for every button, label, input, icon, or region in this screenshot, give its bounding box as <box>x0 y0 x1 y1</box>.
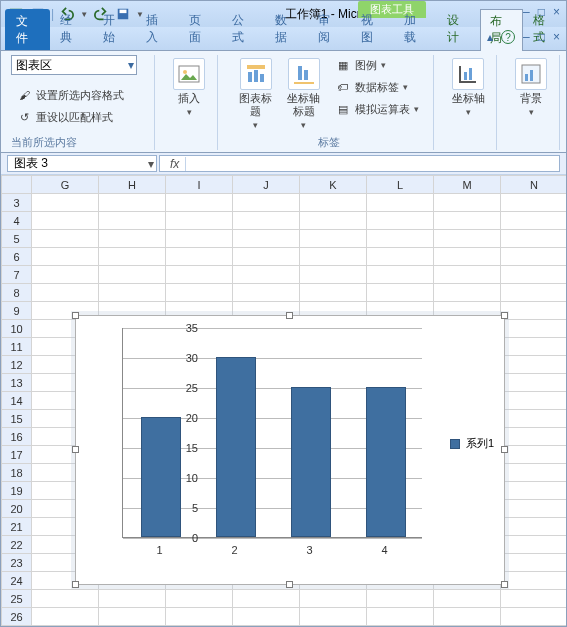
row-header[interactable]: 21 <box>2 518 32 536</box>
tab-审阅[interactable]: 审阅 <box>308 8 351 50</box>
cell[interactable] <box>501 428 567 446</box>
cell[interactable] <box>434 608 501 626</box>
cell[interactable] <box>367 248 434 266</box>
cell[interactable] <box>166 194 233 212</box>
tab-视图[interactable]: 视图 <box>351 8 394 50</box>
chart-element-combo[interactable]: 图表区 ▾ <box>11 55 137 75</box>
cell[interactable] <box>166 212 233 230</box>
col-header[interactable]: N <box>501 176 567 194</box>
row-header[interactable]: 15 <box>2 410 32 428</box>
row-header[interactable]: 8 <box>2 284 32 302</box>
col-header[interactable]: I <box>166 176 233 194</box>
tab-file[interactable]: 文件 <box>5 9 50 50</box>
cell[interactable] <box>166 590 233 608</box>
cell[interactable] <box>501 464 567 482</box>
cell[interactable] <box>300 284 367 302</box>
cell[interactable] <box>99 212 166 230</box>
tab-插入[interactable]: 插入 <box>136 8 179 50</box>
resize-handle[interactable] <box>501 581 508 588</box>
row-header[interactable]: 3 <box>2 194 32 212</box>
cell[interactable] <box>166 230 233 248</box>
cell[interactable] <box>367 608 434 626</box>
chart-object[interactable]: 系列1 051015202530351234 <box>75 315 505 585</box>
row-header[interactable]: 20 <box>2 500 32 518</box>
select-all-corner[interactable] <box>2 176 32 194</box>
cell[interactable] <box>99 230 166 248</box>
col-header[interactable]: K <box>300 176 367 194</box>
row-header[interactable]: 19 <box>2 482 32 500</box>
cell[interactable] <box>434 590 501 608</box>
cell[interactable] <box>367 194 434 212</box>
tab-设计[interactable]: 设计 <box>437 8 480 50</box>
cell[interactable] <box>233 284 300 302</box>
cell[interactable] <box>300 194 367 212</box>
resize-handle[interactable] <box>72 446 79 453</box>
cell[interactable] <box>99 284 166 302</box>
cell[interactable] <box>300 266 367 284</box>
cell[interactable] <box>501 266 567 284</box>
cell[interactable] <box>32 230 99 248</box>
win-restore-icon[interactable]: □ <box>538 30 545 44</box>
tab-公式[interactable]: 公式 <box>222 8 265 50</box>
cell[interactable] <box>166 266 233 284</box>
cell[interactable] <box>300 212 367 230</box>
cell[interactable] <box>501 536 567 554</box>
resize-handle[interactable] <box>286 312 293 319</box>
axes-button[interactable]: 坐标轴 <box>446 55 490 120</box>
cell[interactable] <box>501 248 567 266</box>
help-icon[interactable]: ? <box>501 30 515 44</box>
cell[interactable] <box>233 608 300 626</box>
formula-input[interactable]: fx <box>159 155 560 172</box>
data-labels-button[interactable]: 🏷 数据标签 <box>330 77 424 97</box>
bar[interactable] <box>291 387 331 537</box>
cell[interactable] <box>233 212 300 230</box>
cell[interactable] <box>166 284 233 302</box>
cell[interactable] <box>99 266 166 284</box>
cell[interactable] <box>434 266 501 284</box>
cell[interactable] <box>434 212 501 230</box>
cell[interactable] <box>367 212 434 230</box>
win-close-icon[interactable]: × <box>553 30 560 44</box>
axis-titles-button[interactable]: 坐标轴标题 <box>282 55 326 133</box>
tab-经典[interactable]: 经典 <box>50 8 93 50</box>
cell[interactable] <box>300 248 367 266</box>
row-header[interactable]: 5 <box>2 230 32 248</box>
cell[interactable] <box>501 302 567 320</box>
cell[interactable] <box>367 590 434 608</box>
cell[interactable] <box>367 284 434 302</box>
cell[interactable] <box>233 266 300 284</box>
reset-style-button[interactable]: ↺ 重设以匹配样式 <box>11 107 129 127</box>
cell[interactable] <box>32 266 99 284</box>
cell[interactable] <box>99 590 166 608</box>
col-header[interactable]: J <box>233 176 300 194</box>
resize-handle[interactable] <box>286 581 293 588</box>
cell[interactable] <box>434 284 501 302</box>
chart-legend[interactable]: 系列1 <box>450 436 494 451</box>
worksheet[interactable]: GHIJKLMN 3456789101112131415161718192021… <box>1 175 566 627</box>
cell[interactable] <box>233 590 300 608</box>
row-header[interactable]: 9 <box>2 302 32 320</box>
resize-handle[interactable] <box>501 312 508 319</box>
col-header[interactable]: L <box>367 176 434 194</box>
cell[interactable] <box>434 230 501 248</box>
cell[interactable] <box>300 608 367 626</box>
cell[interactable] <box>501 446 567 464</box>
cell[interactable] <box>501 230 567 248</box>
win-min-icon[interactable]: – <box>523 30 530 44</box>
cell[interactable] <box>434 248 501 266</box>
row-header[interactable]: 25 <box>2 590 32 608</box>
background-button[interactable]: 背景 <box>509 55 553 120</box>
insert-button[interactable]: 插入 <box>167 55 211 120</box>
row-header[interactable]: 13 <box>2 374 32 392</box>
cell[interactable] <box>32 608 99 626</box>
col-header[interactable]: M <box>434 176 501 194</box>
cell[interactable] <box>32 590 99 608</box>
bar[interactable] <box>216 357 256 537</box>
collapse-ribbon-icon[interactable]: ▴ <box>487 30 493 44</box>
row-header[interactable]: 12 <box>2 356 32 374</box>
cell[interactable] <box>233 230 300 248</box>
row-header[interactable]: 23 <box>2 554 32 572</box>
legend-button[interactable]: ▦ 图例 <box>330 55 424 75</box>
cell[interactable] <box>501 500 567 518</box>
cell[interactable] <box>99 608 166 626</box>
